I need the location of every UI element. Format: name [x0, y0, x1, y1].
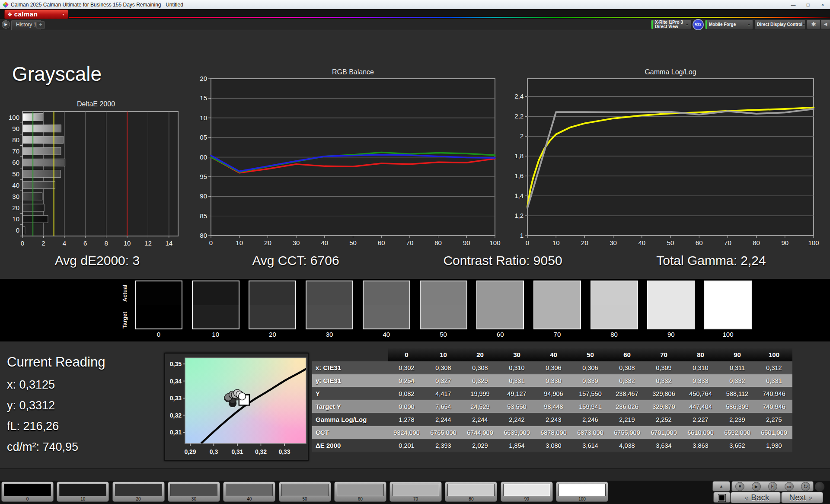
pattern-button-40[interactable]: 40	[223, 482, 275, 502]
add-tab-button[interactable]: +	[36, 21, 45, 29]
pattern-label: 0	[2, 496, 53, 502]
table-cell: 2,242	[498, 413, 535, 426]
table-row-label: Gamma Log/Log	[312, 413, 388, 426]
rgb-balance-chart: RGB Balance80859095100105110115120010203…	[200, 67, 502, 251]
table-cell: 98,448	[535, 400, 572, 413]
pattern-button-90[interactable]: 90	[501, 482, 553, 502]
svg-text:70: 70	[12, 147, 19, 155]
continuous-measure-icon: ∞	[787, 483, 791, 490]
single-measure-button[interactable]: [•]	[768, 482, 777, 491]
loop-button[interactable]: ↻	[801, 482, 810, 491]
svg-text:50: 50	[667, 239, 674, 246]
bottom-bar: ▲ ■▶[•]∞↻ «Back Next» 010203040506070809…	[0, 469, 830, 504]
current-reading-panel: Current Reading x: 0,3125y: 0,3312fL: 21…	[7, 354, 105, 457]
table-cell: 2,219	[609, 413, 645, 426]
pattern-button-50[interactable]: 50	[279, 482, 331, 502]
device-dropdown-3[interactable]: Direct Display Control▼	[754, 19, 805, 30]
pattern-button-10[interactable]: 10	[57, 482, 109, 502]
play-button[interactable]: ▶	[752, 482, 761, 491]
back-button[interactable]: «Back	[731, 492, 781, 503]
table-cell: 0,254	[388, 374, 425, 387]
table-cell: 6755,000	[609, 426, 645, 439]
svg-text:20: 20	[581, 239, 588, 246]
swatch-level-label: 30	[306, 331, 353, 338]
svg-text:0,32: 0,32	[255, 448, 267, 455]
stop-button[interactable]: ■	[735, 482, 744, 491]
pattern-button-100[interactable]: 100	[556, 482, 608, 502]
target-patch	[136, 305, 182, 329]
svg-text:0,31: 0,31	[231, 448, 243, 455]
minimize-button[interactable]: —	[786, 0, 801, 9]
pattern-button-80[interactable]: 80	[445, 482, 497, 502]
svg-text:1: 1	[520, 232, 524, 239]
svg-text:100: 100	[489, 239, 500, 246]
history-nav-button[interactable]: ▶	[2, 20, 10, 29]
pattern-swatch	[170, 484, 217, 496]
pattern-label: 50	[279, 496, 331, 502]
maximize-button[interactable]: □	[801, 0, 815, 9]
settings-gear-button[interactable]: ✱	[807, 19, 820, 29]
svg-text:0,31: 0,31	[170, 429, 182, 436]
table-col-header: 70	[645, 348, 682, 361]
svg-text:90: 90	[12, 125, 19, 132]
table-cell: 3,634	[645, 439, 682, 452]
app-icon	[3, 1, 9, 7]
loop-icon: ↻	[803, 483, 808, 490]
table-cell: 0,308	[609, 361, 645, 374]
table-cell: 6639,000	[498, 426, 535, 439]
table-cell: 0,332	[645, 374, 682, 387]
table-col-header: 80	[682, 348, 719, 361]
close-button[interactable]: ×	[815, 0, 830, 9]
swatch-level-label: 70	[533, 331, 581, 338]
swatch-level-label: 40	[363, 331, 410, 338]
pattern-swatch	[337, 484, 384, 496]
pattern-button-60[interactable]: 60	[334, 482, 386, 502]
table-cell: 0,310	[498, 361, 535, 374]
svg-text:10: 10	[552, 239, 560, 246]
next-button[interactable]: Next»	[781, 492, 823, 503]
table-cell: 329,870	[645, 400, 682, 413]
calman-logo-button[interactable]: ❖ calman ▼	[4, 10, 68, 19]
table-cell: 9324,000	[388, 426, 425, 439]
table-col-header: 100	[756, 348, 792, 361]
svg-text:50: 50	[349, 239, 357, 246]
grayscale-swatch-70	[533, 281, 581, 329]
grayscale-swatch-100	[704, 281, 752, 329]
table-col-header: 10	[425, 348, 462, 361]
play-icon: ▶	[755, 484, 758, 489]
stop-measure-button[interactable]	[713, 492, 731, 503]
pattern-button-70[interactable]: 70	[389, 482, 442, 502]
pattern-button-20[interactable]: 20	[112, 482, 165, 502]
target-patch	[534, 305, 580, 329]
expand-controls-button[interactable]: ▲	[712, 481, 730, 491]
deltae-2000-bar-chart: DeltaE 200010090807060504030201000246810…	[3, 99, 181, 249]
logo-bar: ❖ calman ▼	[0, 9, 830, 19]
current-reading-value-2: fL: 216,26	[7, 416, 105, 437]
svg-text:0,34: 0,34	[170, 378, 182, 385]
status-indicator	[814, 482, 825, 492]
dropdown-label: Mobile Forge	[709, 22, 736, 27]
table-col-header: 30	[498, 348, 535, 361]
device-dropdown-1[interactable]: X-Rite i1Pro 3Direct View▼	[651, 19, 691, 30]
table-row-label: Y	[312, 387, 388, 400]
collapse-panel-button[interactable]: ◀	[820, 19, 830, 29]
svg-text:DeltaE 2000: DeltaE 2000	[77, 100, 115, 108]
svg-text:110: 110	[200, 114, 207, 121]
svg-text:20: 20	[264, 239, 271, 246]
table-cell: 3,080	[535, 439, 572, 452]
svg-text:0: 0	[21, 239, 24, 247]
table-cell: 53,550	[498, 400, 535, 413]
table-cell: 2,275	[756, 413, 792, 426]
continuous-measure-button[interactable]: ∞	[785, 482, 794, 491]
svg-text:Gamma Log/Log: Gamma Log/Log	[645, 68, 696, 76]
table-cell: 6592,000	[719, 426, 756, 439]
actual-patch	[534, 281, 580, 305]
pattern-button-0[interactable]: 0	[1, 482, 54, 502]
chevron-down-icon: ▼	[802, 23, 805, 26]
pattern-button-30[interactable]: 30	[168, 482, 220, 502]
meter-count-badge[interactable]: 612	[693, 19, 704, 30]
table-cell: 0,082	[388, 387, 425, 400]
actual-patch	[421, 281, 466, 305]
device-dropdown-2[interactable]: Mobile Forge▼	[705, 19, 753, 30]
swatch-level-label: 0	[135, 331, 182, 338]
